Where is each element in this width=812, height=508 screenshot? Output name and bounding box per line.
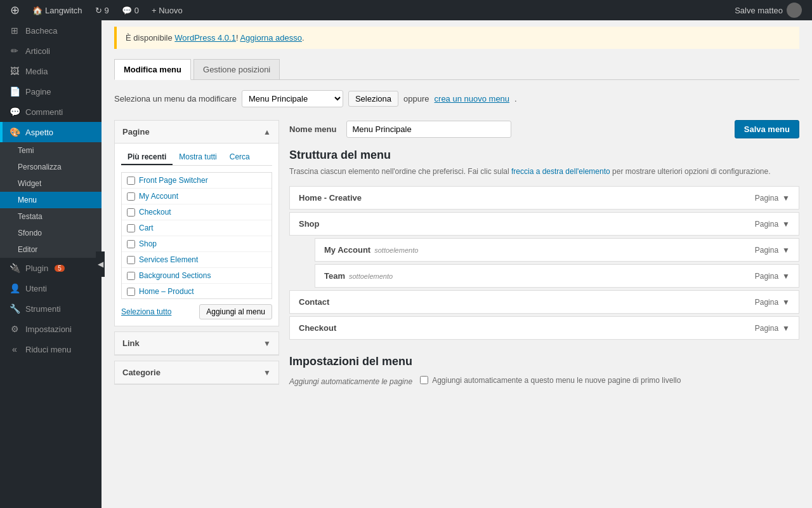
page-label-front-page-switcher[interactable]: Front Page Switcher (139, 176, 208, 185)
page-label-background-sections[interactable]: Background Sections (139, 271, 211, 280)
menu-select[interactable]: Menu Principale Menu Secondario (242, 90, 343, 107)
sidebar-item-pagine[interactable]: 📄 Pagine (0, 81, 102, 102)
site-name-button[interactable]: 🏠 Langwitch (27, 0, 88, 20)
settings-auto-label: Aggiungi automaticamente le pagine (289, 376, 412, 387)
page-label-my-account[interactable]: My Account (139, 192, 178, 201)
tab-modifica-label: Modifica menu (124, 65, 181, 74)
settings-title: Impostazioni del menu (289, 355, 799, 368)
update-notice-text-before: È disponibile (126, 33, 174, 43)
sidebar-item-impostazioni[interactable]: ⚙ Impostazioni (0, 319, 102, 339)
page-checkbox-services-element[interactable] (127, 256, 135, 264)
page-checkbox-shop[interactable] (127, 240, 135, 248)
page-label-checkout[interactable]: Checkout (139, 208, 171, 217)
categorie-accordion-header[interactable]: Categorie ▼ (115, 361, 278, 384)
tab-recenti[interactable]: Più recenti (121, 150, 173, 165)
menu-item-type-shop: Pagina (755, 220, 778, 229)
tab-cerca[interactable]: Cerca (223, 150, 256, 165)
settings-auto-checkbox-label: Aggiungi automaticamente a questo menu l… (432, 376, 681, 385)
sidebar-item-utenti[interactable]: 👤 Utenti (0, 278, 102, 298)
sidebar-item-aspetto[interactable]: 🎨 Aspetto (0, 122, 102, 142)
submenu-personalizza[interactable]: Personalizza (0, 159, 102, 175)
page-label-cart[interactable]: Cart (139, 224, 154, 232)
pagine-section-title: Pagine (122, 127, 150, 137)
sidebar-item-media[interactable]: 🖼 Media (0, 61, 102, 81)
page-checkbox-home-product[interactable] (127, 288, 135, 296)
menu-row-shop[interactable]: Shop Pagina ▼ (289, 212, 799, 236)
sublabel-my-account: sottoelemento (374, 246, 418, 254)
structure-desc: Trascina ciascun elemento nell'ordine ch… (289, 166, 799, 177)
save-menu-button[interactable]: Salva menu (735, 120, 799, 138)
new-content-button[interactable]: + Nuovo (147, 0, 188, 20)
sidebar-item-plugin[interactable]: 🔌 Plugin 5 (0, 258, 102, 278)
add-to-menu-button[interactable]: Aggiungi al menu (199, 304, 272, 319)
link-accordion-header[interactable]: Link ▼ (115, 332, 278, 355)
select-menu-button[interactable]: Seleziona (348, 91, 398, 107)
submenu-temi[interactable]: Temi (0, 142, 102, 159)
list-item: Cart (122, 220, 272, 236)
sidebar-item-riduci[interactable]: « Riduci menu (0, 339, 102, 359)
menu-name-label: Nome menu (289, 124, 336, 134)
structure-desc-link[interactable]: freccia a destra dell'elemento (511, 167, 610, 176)
menu-name-input[interactable] (346, 121, 511, 138)
tab-modifica-menu[interactable]: Modifica menu (114, 59, 191, 80)
page-checkbox-my-account[interactable] (127, 192, 135, 201)
menu-row-team[interactable]: Team sottoelemento Pagina ▼ (315, 264, 799, 288)
wordpress-update-link[interactable]: WordPress 4.0.1 (174, 33, 236, 43)
sidebar-label-bacheca: Bacheca (25, 26, 58, 36)
wp-logo-icon: ⊕ (10, 3, 20, 17)
submenu-testata[interactable]: Testata (0, 208, 102, 225)
impostazioni-icon: ⚙ (9, 324, 20, 334)
page-label-home-product[interactable]: Home – Product (139, 287, 194, 296)
tab-tutti[interactable]: Mostra tutti (173, 150, 223, 165)
sidebar-item-commenti[interactable]: 💬 Commenti (0, 102, 102, 122)
menu-row-contact[interactable]: Contact Pagina ▼ (289, 290, 799, 314)
chevron-down-icon[interactable]: ▼ (782, 324, 790, 333)
updates-button[interactable]: ↻ 9 (90, 0, 114, 20)
update-now-link[interactable]: Aggiorna adesso (240, 33, 302, 43)
page-checkbox-cart[interactable] (127, 224, 135, 232)
sidebar-item-bacheca[interactable]: ⊞ Bacheca (0, 20, 102, 41)
page-label-shop[interactable]: Shop (139, 239, 157, 248)
submenu-menu[interactable]: Menu (0, 192, 102, 208)
admin-bar: ⊕ 🏠 Langwitch ↻ 9 💬 0 + Nuovo Salve matt… (0, 0, 812, 20)
tab-gestione-posizioni[interactable]: Gestione posizioni (193, 59, 280, 79)
chevron-down-icon[interactable]: ▼ (782, 298, 790, 307)
chevron-down-icon[interactable]: ▼ (782, 220, 790, 229)
submenu-editor[interactable]: Editor (0, 241, 102, 258)
sidebar-collapse-arrow[interactable]: ◀ (96, 251, 105, 277)
chevron-down-icon[interactable]: ▼ (782, 272, 790, 281)
sidebar-item-articoli[interactable]: ✏ Articoli (0, 41, 102, 61)
aspetto-icon: 🎨 (9, 127, 20, 137)
menu-item-title-team: Team (324, 271, 345, 281)
updates-count: 9 (105, 6, 109, 15)
pagine-accordion-header[interactable]: Pagine ▲ (115, 121, 278, 144)
categorie-toggle-icon: ▼ (263, 368, 271, 377)
page-label-services-element[interactable]: Services Element (139, 255, 198, 264)
submenu-sfondo[interactable]: Sfondo (0, 225, 102, 241)
page-checkbox-checkout[interactable] (127, 208, 135, 217)
sidebar-label-articoli: Articoli (25, 46, 50, 56)
user-greeting[interactable]: Salve matteo (730, 3, 807, 18)
menu-row-checkout[interactable]: Checkout Pagina ▼ (289, 316, 799, 340)
wp-logo-button[interactable]: ⊕ (5, 0, 25, 20)
menu-item-title-shop: Shop (299, 219, 320, 229)
select-all-link[interactable]: Seleziona tutto (121, 307, 171, 316)
menu-row-my-account[interactable]: My Account sottoelemento Pagina ▼ (315, 238, 799, 262)
page-checkbox-background-sections[interactable] (127, 272, 135, 280)
sidebar-label-strumenti: Strumenti (25, 304, 61, 314)
menu-row-home-creative[interactable]: Home - Creative Pagina ▼ (289, 186, 799, 210)
updates-icon: ↻ (95, 6, 102, 15)
settings-auto-checkbox[interactable] (420, 376, 428, 384)
submenu-label-temi: Temi (18, 146, 34, 155)
sidebar-item-strumenti[interactable]: 🔧 Strumenti (0, 298, 102, 319)
sidebar-label-impostazioni: Impostazioni (25, 324, 72, 334)
chevron-down-icon[interactable]: ▼ (782, 246, 790, 255)
comments-button[interactable]: 💬 0 (117, 0, 144, 20)
menu-selector-label: Seleziona un menu da modificare (114, 94, 237, 104)
chevron-down-icon[interactable]: ▼ (782, 194, 790, 203)
create-menu-link[interactable]: crea un nuovo menu (435, 94, 510, 104)
page-checkbox-front-page-switcher[interactable] (127, 177, 135, 185)
comments-count: 0 (134, 6, 139, 15)
submenu-widget[interactable]: Widget (0, 175, 102, 192)
menu-item-type-checkout: Pagina (755, 324, 778, 333)
